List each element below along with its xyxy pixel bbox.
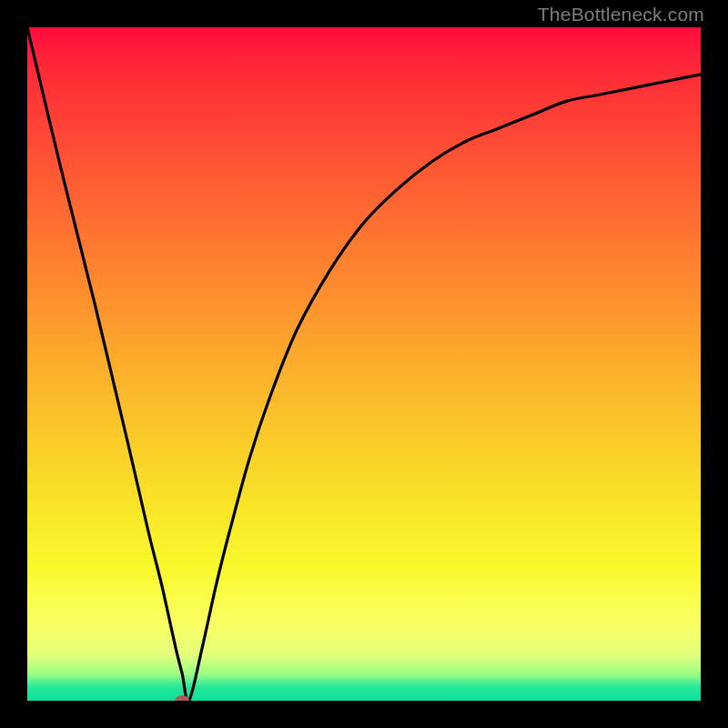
bottleneck-curve [27,27,701,701]
chart-frame: TheBottleneck.com [0,0,728,728]
plot-area [27,27,701,701]
watermark-text: TheBottleneck.com [538,4,704,25]
curve-layer [27,27,701,701]
